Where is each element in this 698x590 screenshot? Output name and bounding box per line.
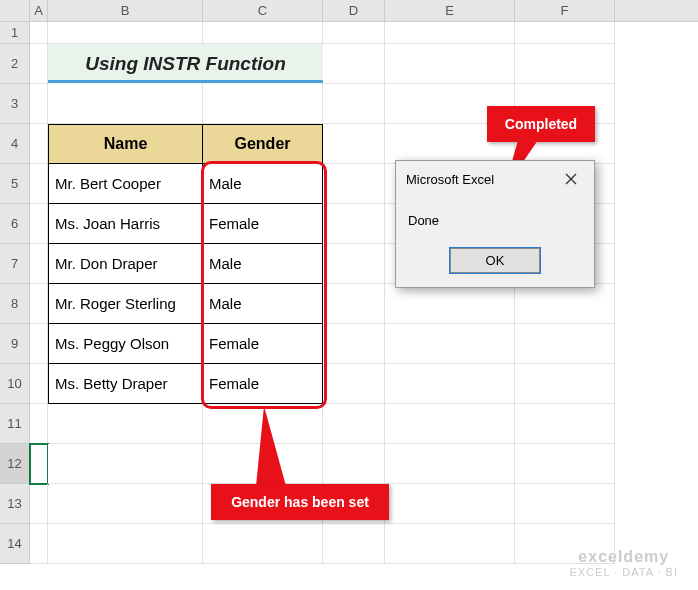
row-header-3[interactable]: 3	[0, 84, 30, 124]
row-header-12[interactable]: 12	[0, 444, 30, 484]
cell-F12[interactable]	[515, 444, 615, 484]
cell-name[interactable]: Mr. Roger Sterling	[48, 284, 203, 324]
cell-F8[interactable]	[515, 284, 615, 324]
cell-name[interactable]: Ms. Peggy Olson	[48, 324, 203, 364]
table-row: Ms. Betty Draper Female	[30, 364, 615, 404]
cell-D6[interactable]	[323, 204, 385, 244]
cell-F1[interactable]	[515, 22, 615, 44]
row-header-1[interactable]: 1	[0, 22, 30, 44]
cell-E11[interactable]	[385, 404, 515, 444]
row-header-14[interactable]: 14	[0, 524, 30, 564]
cell-A6[interactable]	[30, 204, 48, 244]
cell-B12[interactable]	[48, 444, 203, 484]
col-header-B[interactable]: B	[48, 0, 203, 21]
cell-A4[interactable]	[30, 124, 48, 164]
row-header-6[interactable]: 6	[0, 204, 30, 244]
table-row: Mr. Roger Sterling Male	[30, 284, 615, 324]
row-header-4[interactable]: 4	[0, 124, 30, 164]
cell-B3[interactable]	[48, 84, 203, 124]
row-header-13[interactable]: 13	[0, 484, 30, 524]
cell-E13[interactable]	[385, 484, 515, 524]
cell-gender[interactable]: Female	[203, 324, 323, 364]
cell-A10[interactable]	[30, 364, 48, 404]
cell-E9[interactable]	[385, 324, 515, 364]
cell-D9[interactable]	[323, 324, 385, 364]
ok-button[interactable]: OK	[450, 248, 540, 273]
cell-A7[interactable]	[30, 244, 48, 284]
dialog-title: Microsoft Excel	[406, 172, 494, 187]
cell-B1[interactable]	[48, 22, 203, 44]
cell-E1[interactable]	[385, 22, 515, 44]
table-header-name[interactable]: Name	[48, 124, 203, 164]
cell-B11[interactable]	[48, 404, 203, 444]
row-header-8[interactable]: 8	[0, 284, 30, 324]
cell-E12[interactable]	[385, 444, 515, 484]
cell-A8[interactable]	[30, 284, 48, 324]
cell-A5[interactable]	[30, 164, 48, 204]
cell-A3[interactable]	[30, 84, 48, 124]
row-header-10[interactable]: 10	[0, 364, 30, 404]
message-box: Microsoft Excel Done OK	[395, 160, 595, 288]
cell-F10[interactable]	[515, 364, 615, 404]
cell-E14[interactable]	[385, 524, 515, 564]
cell-E10[interactable]	[385, 364, 515, 404]
cell-B14[interactable]	[48, 524, 203, 564]
page-title[interactable]: Using INSTR Function	[48, 44, 323, 84]
cell-A12-active[interactable]	[30, 444, 48, 484]
cell-name[interactable]: Ms. Joan Harris	[48, 204, 203, 244]
cell-D11[interactable]	[323, 404, 385, 444]
cell-A1[interactable]	[30, 22, 48, 44]
cell-E2[interactable]	[385, 44, 515, 84]
cell-gender[interactable]: Female	[203, 364, 323, 404]
cell-D1[interactable]	[323, 22, 385, 44]
cell-gender[interactable]: Female	[203, 204, 323, 244]
close-button[interactable]	[558, 169, 584, 189]
select-all-corner[interactable]	[0, 0, 30, 21]
cell-F11[interactable]	[515, 404, 615, 444]
row-header-11[interactable]: 11	[0, 404, 30, 444]
callout-completed: Completed	[487, 106, 595, 142]
cell-D10[interactable]	[323, 364, 385, 404]
title-underline	[48, 80, 323, 83]
cell-gender[interactable]: Male	[203, 244, 323, 284]
row-header-9[interactable]: 9	[0, 324, 30, 364]
cell-A9[interactable]	[30, 324, 48, 364]
cell-E8[interactable]	[385, 284, 515, 324]
row-header-2[interactable]: 2	[0, 44, 30, 84]
cell-B13[interactable]	[48, 484, 203, 524]
cell-C14[interactable]	[203, 524, 323, 564]
col-header-C[interactable]: C	[203, 0, 323, 21]
cell-D12[interactable]	[323, 444, 385, 484]
col-header-E[interactable]: E	[385, 0, 515, 21]
svg-marker-1	[256, 406, 286, 486]
cell-gender[interactable]: Male	[203, 164, 323, 204]
col-header-A[interactable]: A	[30, 0, 48, 21]
cell-D8[interactable]	[323, 284, 385, 324]
col-header-F[interactable]: F	[515, 0, 615, 21]
column-headers: A B C D E F	[0, 0, 698, 22]
table-header-gender[interactable]: Gender	[203, 124, 323, 164]
cell-gender[interactable]: Male	[203, 284, 323, 324]
cell-F2[interactable]	[515, 44, 615, 84]
row-header-5[interactable]: 5	[0, 164, 30, 204]
cell-C3[interactable]	[203, 84, 323, 124]
cell-D14[interactable]	[323, 524, 385, 564]
cell-A11[interactable]	[30, 404, 48, 444]
cell-name[interactable]: Ms. Betty Draper	[48, 364, 203, 404]
cell-D2[interactable]	[323, 44, 385, 84]
cell-C1[interactable]	[203, 22, 323, 44]
row-header-7[interactable]: 7	[0, 244, 30, 284]
cell-A13[interactable]	[30, 484, 48, 524]
cell-name[interactable]: Mr. Don Draper	[48, 244, 203, 284]
cell-F9[interactable]	[515, 324, 615, 364]
cell-D3[interactable]	[323, 84, 385, 124]
cell-F13[interactable]	[515, 484, 615, 524]
cell-D7[interactable]	[323, 244, 385, 284]
row-headers: 1 2 3 4 5 6 7 8 9 10 11 12 13 14	[0, 22, 30, 564]
cell-A2[interactable]	[30, 44, 48, 84]
cell-D4[interactable]	[323, 124, 385, 164]
cell-A14[interactable]	[30, 524, 48, 564]
col-header-D[interactable]: D	[323, 0, 385, 21]
cell-D5[interactable]	[323, 164, 385, 204]
cell-name[interactable]: Mr. Bert Cooper	[48, 164, 203, 204]
